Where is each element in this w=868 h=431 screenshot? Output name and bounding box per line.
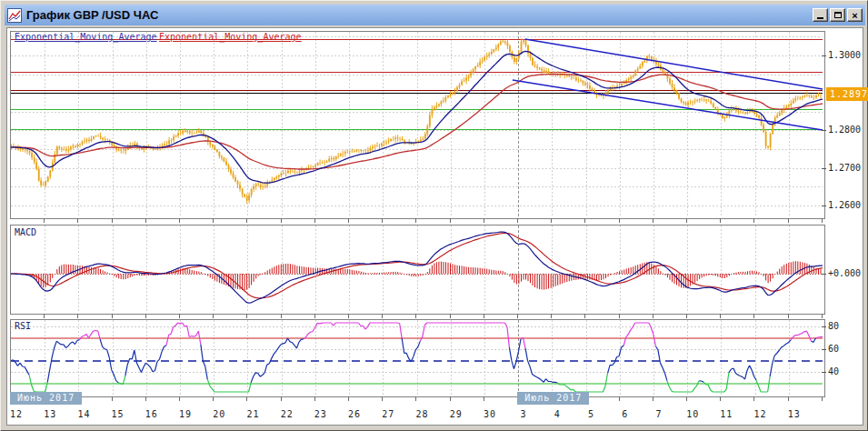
rsi-axis-label: 60 [828, 344, 839, 354]
window-title: График GBP /USD ЧАС [26, 8, 158, 22]
x-axis-label: 23 [307, 409, 334, 419]
x-axis-label: 27 [374, 409, 402, 419]
x-axis-label: 28 [409, 409, 436, 419]
x-axis-label: 30 [476, 409, 504, 419]
x-axis-label: 6 [612, 409, 639, 419]
price-axis-label: 1.2800 [828, 125, 861, 135]
macd-panel[interactable]: MACD [10, 225, 825, 315]
chart-client-area: Exponential_Moving_Average Exponential_M… [6, 27, 863, 426]
price-chart-panel[interactable]: Exponential_Moving_Average Exponential_M… [10, 31, 825, 219]
close-icon: × [852, 11, 857, 20]
x-axis-label: 20 [205, 409, 233, 419]
price-axis-label: 1.2600 [828, 200, 861, 210]
month-label-july: Июль 2017 [517, 392, 589, 405]
x-axis-label: 13 [781, 409, 808, 419]
macd-zero-label: +0.000 [828, 268, 861, 278]
x-axis-label: 16 [138, 409, 165, 419]
rsi-canvas[interactable] [11, 320, 823, 395]
rsi-panel[interactable]: RSI [10, 319, 825, 397]
current-price-badge: 1.2897 [826, 87, 868, 101]
day-tick-strip [11, 396, 823, 401]
x-axis-label: 3 [510, 409, 537, 419]
x-axis-label: 7 [645, 409, 673, 419]
chart-window: График GBP /USD ЧАС × Exponential_Moving… [0, 0, 868, 431]
close-button[interactable]: × [847, 8, 863, 22]
window-controls: × [813, 8, 863, 22]
minimize-button[interactable] [813, 8, 828, 22]
x-axis-label: 29 [443, 409, 470, 419]
x-axis-label: 12 [3, 409, 30, 419]
rsi-axis-label: 80 [828, 321, 839, 331]
price-axis-label: 1.3000 [828, 50, 861, 60]
x-axis-label: 10 [679, 409, 706, 419]
maximize-button[interactable] [830, 8, 845, 22]
x-axis-label: 13 [36, 409, 64, 419]
x-axis-label: 15 [105, 409, 132, 419]
rsi-label: RSI [15, 321, 31, 331]
maximize-icon [834, 12, 842, 18]
price-chart-canvas[interactable] [11, 32, 823, 216]
price-axis-label: 1.2700 [828, 163, 861, 173]
x-axis-label: 11 [713, 409, 740, 419]
macd-canvas[interactable] [11, 226, 823, 312]
title-bar[interactable]: График GBP /USD ЧАС × [5, 5, 865, 25]
x-axis-label: 4 [544, 409, 571, 419]
x-axis-label: 14 [70, 409, 97, 419]
app-icon [7, 8, 22, 23]
x-axis-label: 12 [747, 409, 774, 419]
x-axis-label: 21 [239, 409, 266, 419]
x-axis-label: 5 [578, 409, 605, 419]
day-tick-strip [11, 314, 823, 318]
x-axis-label: 19 [172, 409, 199, 419]
month-label-june: Июнь 2017 [10, 392, 82, 405]
ema-indicator-label-1[interactable]: Exponential_Moving_Average [15, 32, 157, 42]
rsi-axis-label: 40 [828, 366, 839, 376]
day-tick-strip [11, 218, 823, 223]
x-axis-label: 22 [274, 409, 301, 419]
ema-indicator-label-2[interactable]: Exponential_Moving_Average [159, 32, 302, 42]
minimize-icon [817, 17, 823, 19]
x-axis-label: 26 [341, 409, 368, 419]
macd-label: MACD [15, 227, 36, 237]
